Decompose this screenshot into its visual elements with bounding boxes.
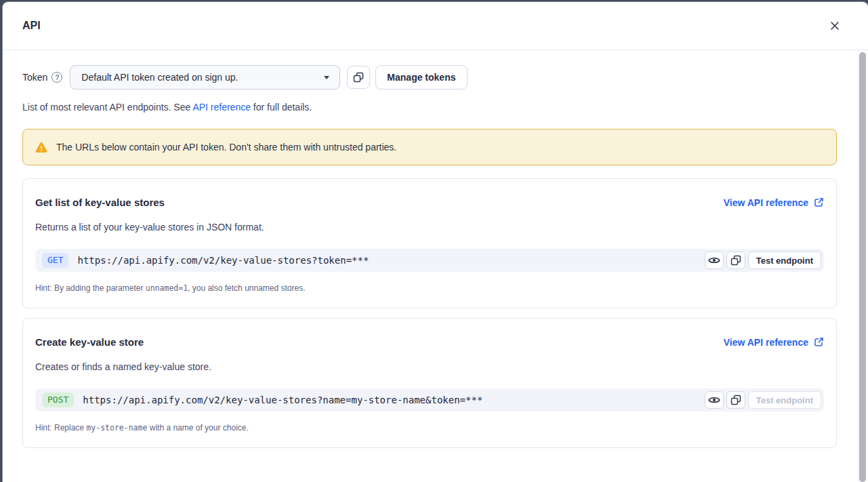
copy-url-button[interactable] bbox=[726, 252, 745, 269]
card-head: Create key-value store View API referenc… bbox=[35, 336, 824, 348]
endpoint-card-create: Create key-value store View API referenc… bbox=[22, 318, 837, 448]
endpoint-hint: Hint: Replace my-store-name with a name … bbox=[35, 423, 824, 433]
method-badge: POST bbox=[42, 393, 74, 408]
method-badge: GET bbox=[42, 253, 68, 268]
show-token-button[interactable] bbox=[705, 252, 724, 269]
help-icon[interactable]: ? bbox=[51, 72, 62, 83]
endpoint-actions: Test endpoint bbox=[705, 252, 821, 269]
token-select-value: Default API token created on sign up. bbox=[81, 72, 238, 83]
warning-banner: The URLs below contain your API token. D… bbox=[22, 129, 837, 165]
warning-text: The URLs below contain your API token. D… bbox=[56, 142, 396, 153]
endpoint-url: https://api.apify.com/v2/key-value-store… bbox=[77, 255, 369, 266]
test-endpoint-button[interactable]: Test endpoint bbox=[748, 252, 821, 269]
copy-icon bbox=[353, 72, 364, 83]
intro-text: List of most relevant API endpoints. See… bbox=[22, 102, 837, 113]
hint-text-after: with a name of your choice. bbox=[147, 423, 248, 433]
hint-text-before: Hint: Replace bbox=[35, 423, 86, 433]
copy-token-button[interactable] bbox=[347, 66, 370, 89]
test-endpoint-button[interactable]: Test endpoint bbox=[748, 391, 821, 409]
card-description: Creates or finds a named key-value store… bbox=[35, 361, 824, 372]
copy-url-button[interactable] bbox=[726, 391, 745, 409]
copy-icon bbox=[730, 255, 741, 266]
endpoint-card-get-list: Get list of key-value stores View API re… bbox=[22, 178, 837, 308]
copy-icon bbox=[730, 395, 741, 405]
view-api-reference-link[interactable]: View API reference bbox=[724, 197, 824, 208]
endpoint-actions: Test endpoint bbox=[705, 391, 821, 409]
modal-header: API bbox=[3, 2, 868, 50]
token-label: Token bbox=[22, 72, 47, 83]
close-icon bbox=[829, 20, 841, 32]
token-row: Token ? Default API token created on sig… bbox=[22, 65, 837, 89]
scrollbar-track[interactable] bbox=[858, 50, 868, 482]
close-button[interactable] bbox=[827, 18, 842, 33]
token-select[interactable]: Default API token created on sign up. bbox=[70, 65, 340, 89]
view-api-reference-label: View API reference bbox=[724, 337, 808, 348]
endpoint-url: https://api.apify.com/v2/key-value-store… bbox=[83, 395, 482, 405]
endpoint-url-bar: GET https://api.apify.com/v2/key-value-s… bbox=[35, 249, 824, 272]
intro-text-before: List of most relevant API endpoints. See bbox=[22, 102, 192, 113]
card-head: Get list of key-value stores View API re… bbox=[35, 197, 824, 208]
external-link-icon bbox=[814, 197, 824, 207]
endpoint-url-bar: POST https://api.apify.com/v2/key-value-… bbox=[35, 388, 824, 411]
card-title: Create key-value store bbox=[35, 336, 144, 348]
hint-code: my-store-name bbox=[86, 423, 147, 433]
modal-body: Token ? Default API token created on sig… bbox=[3, 50, 868, 459]
external-link-icon bbox=[814, 337, 824, 347]
scrollbar-thumb[interactable] bbox=[859, 52, 866, 482]
view-api-reference-label: View API reference bbox=[724, 197, 808, 208]
eye-icon bbox=[708, 395, 720, 405]
show-token-button[interactable] bbox=[705, 391, 724, 409]
api-modal: API Token ? Default API token created on… bbox=[3, 2, 868, 482]
hint-code: unnamed=1 bbox=[146, 283, 188, 293]
view-api-reference-link[interactable]: View API reference bbox=[724, 337, 824, 348]
card-description: Returns a list of your key-value stores … bbox=[35, 222, 824, 233]
card-title: Get list of key-value stores bbox=[35, 197, 165, 208]
endpoint-hint: Hint: By adding the parameter unnamed=1,… bbox=[35, 283, 824, 293]
api-reference-link[interactable]: API reference bbox=[192, 102, 251, 113]
eye-icon bbox=[708, 256, 720, 265]
hint-text-before: Hint: By adding the parameter bbox=[35, 283, 146, 293]
chevron-down-icon bbox=[324, 76, 329, 79]
manage-tokens-button[interactable]: Manage tokens bbox=[375, 65, 467, 89]
warning-icon bbox=[35, 142, 48, 153]
intro-text-after: for full details. bbox=[251, 102, 312, 113]
page: { "modal": { "title": "API" }, "icons": … bbox=[0, 0, 868, 482]
hint-text-after: , you also fetch unnamed stores. bbox=[188, 283, 305, 293]
modal-title: API bbox=[22, 20, 41, 32]
